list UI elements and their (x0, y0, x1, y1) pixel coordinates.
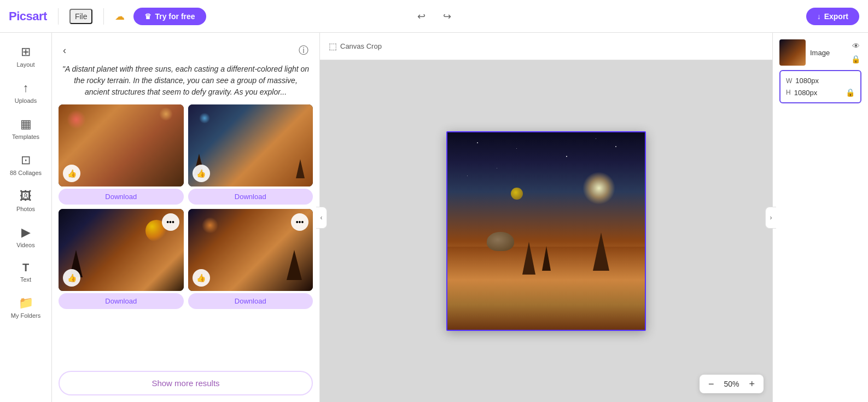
lock-dim-icon: 🔒 (846, 88, 855, 97)
layout-icon: ⊞ (21, 45, 31, 59)
right-panel-expand-handle[interactable]: › (765, 207, 776, 229)
moon-object (511, 188, 523, 200)
image-card-3[interactable]: ••• 👍 (59, 209, 184, 291)
right-panel-image-label: Image (810, 49, 830, 57)
zoom-out-button[interactable]: − (706, 378, 716, 390)
visibility-button[interactable]: 👁 (850, 40, 861, 51)
show-more-button[interactable]: Show more results (59, 371, 313, 395)
like-button-1[interactable]: 👍 (63, 165, 80, 182)
width-value: 1080px (795, 77, 819, 85)
image-card-1[interactable]: 👍 (59, 104, 184, 187)
image-card-inner-1: 👍 (59, 104, 184, 187)
download-button-2[interactable]: Download (188, 189, 313, 205)
crop-icon: ⬚ (329, 41, 337, 51)
redo-button[interactable]: ↪ (440, 7, 455, 26)
height-value: 1080px (794, 89, 818, 97)
width-row: W 1080px (786, 77, 855, 85)
crown-icon: ♛ (144, 12, 152, 21)
boulder (487, 232, 514, 251)
zoom-value: 50% (720, 380, 742, 388)
rock-formation-3 (593, 232, 609, 271)
uploads-icon: ↑ (23, 81, 29, 95)
canvas-image-bg (447, 132, 645, 330)
image-card-inner-4: ••• 👍 (188, 209, 313, 291)
redo-icon: ↪ (443, 11, 451, 22)
canvas-toolbar: ⬚ Canvas Crop (320, 33, 772, 60)
topbar-center-controls: ↩ ↪ (414, 7, 455, 26)
dimensions-panel: W 1080px H 1080px 🔒 (779, 70, 861, 103)
expand-icon: › (770, 214, 772, 222)
left-sidebar: ⊞ Layout ↑ Uploads ▦ Templates ⊡ 88 Coll… (0, 33, 52, 402)
image-card-4[interactable]: ••• 👍 (188, 209, 313, 291)
more-icon-4: ••• (296, 218, 304, 226)
sidebar-item-layout[interactable]: ⊞ Layout (4, 39, 48, 73)
lock-button[interactable]: 🔒 (850, 54, 861, 65)
download-button-1[interactable]: Download (59, 189, 184, 205)
download-button-3[interactable]: Download (59, 293, 184, 309)
sidebar-item-label-uploads: Uploads (15, 97, 37, 104)
sidebar-item-label-myfolders: My Folders (11, 312, 40, 319)
visibility-icon: 👁 (852, 42, 860, 50)
collages-icon: ⊡ (21, 153, 31, 167)
sidebar-item-uploads[interactable]: ↑ Uploads (4, 75, 48, 109)
thumbs-up-icon-4: 👍 (196, 273, 206, 282)
sidebar-item-templates[interactable]: ▦ Templates (4, 112, 48, 145)
topbar: Picsart File ☁ ♛ Try for free ↩ ↪ ↓ Expo… (0, 0, 868, 33)
more-button-4[interactable]: ••• (291, 213, 308, 231)
sidebar-item-myfolders[interactable]: 📁 My Folders (4, 290, 48, 324)
canvas-viewport: − 50% + (320, 60, 772, 402)
canvas-crop-label: Canvas Crop (340, 42, 382, 50)
logo-text: Picsart (9, 9, 47, 24)
image-block-2: 👍 Download (188, 104, 313, 205)
topbar-right: ↓ Export (806, 8, 859, 25)
right-panel-thumbnail (779, 39, 806, 66)
export-button[interactable]: ↓ Export (806, 8, 859, 25)
zoom-in-button[interactable]: + (747, 378, 757, 390)
more-icon-3: ••• (166, 218, 174, 226)
image-block-3: ••• 👍 Download (59, 209, 184, 309)
sidebar-item-collages[interactable]: ⊡ 88 Collages (4, 148, 48, 182)
info-icon: ⓘ (299, 45, 308, 56)
thumbs-up-icon-1: 👍 (67, 169, 77, 178)
image-row-2: ••• 👍 Download (59, 209, 313, 309)
try-free-label: Try for free (155, 12, 195, 21)
image-row-1: 👍 Download (59, 104, 313, 205)
like-button-4[interactable]: 👍 (193, 269, 210, 287)
panel-back-button[interactable]: ‹ (61, 43, 68, 59)
collapse-icon: ‹ (321, 214, 323, 222)
sidebar-item-photos[interactable]: 🖼 Photos (4, 184, 48, 218)
canvas-image[interactable] (446, 131, 646, 331)
file-menu-button[interactable]: File (69, 9, 93, 24)
export-label: Export (824, 12, 848, 21)
right-panel: Image 👁 🔒 W 1080px H 1080px 🔒 (772, 33, 868, 402)
canvas-area: ⬚ Canvas Crop (320, 33, 772, 402)
panel-collapse-handle[interactable]: ‹ (316, 207, 327, 229)
right-panel-icons: 👁 🔒 (850, 40, 861, 65)
sidebar-item-videos[interactable]: ▶ Videos (4, 220, 48, 254)
sidebar-item-label-videos: Videos (16, 242, 34, 248)
sidebar-item-label-text: Text (20, 276, 31, 283)
like-button-2[interactable]: 👍 (193, 165, 210, 182)
photos-icon: 🖼 (20, 189, 32, 203)
image-card-2[interactable]: 👍 (188, 104, 313, 187)
logo: Picsart (9, 9, 47, 24)
panel-info-button[interactable]: ⓘ (296, 42, 311, 59)
undo-button[interactable]: ↩ (414, 7, 429, 26)
sun-glow (582, 172, 615, 205)
panel-description: "A distant planet with three suns, each … (52, 63, 319, 104)
export-icon: ↓ (817, 12, 821, 21)
download-button-4[interactable]: Download (188, 293, 313, 309)
image-card-inner-2: 👍 (188, 104, 313, 187)
topbar-divider2 (103, 8, 104, 25)
back-icon: ‹ (63, 45, 66, 56)
more-button-3[interactable]: ••• (162, 213, 179, 231)
width-label: W (786, 77, 792, 85)
thumbnail-image (779, 39, 806, 66)
templates-icon: ▦ (20, 117, 32, 131)
like-button-3[interactable]: 👍 (63, 269, 80, 287)
try-free-button[interactable]: ♛ Try for free (133, 8, 206, 25)
zoom-controls: − 50% + (700, 375, 764, 393)
height-row: H 1080px 🔒 (786, 88, 855, 97)
sidebar-item-label-layout: Layout (16, 61, 34, 68)
sidebar-item-text[interactable]: T Text (4, 256, 48, 288)
